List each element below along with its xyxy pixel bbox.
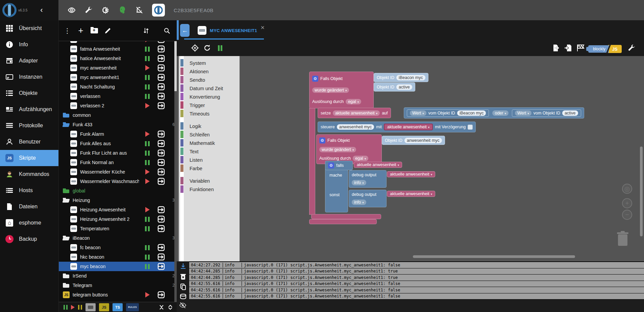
open-script-button[interactable] bbox=[157, 41, 165, 43]
pause-script-button[interactable] bbox=[145, 217, 150, 222]
tree-row[interactable]: myc anwesenheit bbox=[59, 63, 177, 73]
open-script-button[interactable] bbox=[157, 159, 165, 166]
block-falls-header[interactable]: ⚙falls bbox=[325, 161, 353, 170]
pause-script-button[interactable] bbox=[145, 141, 150, 146]
open-script-button[interactable] bbox=[157, 168, 165, 176]
toolbox-category[interactable]: Aktionen bbox=[179, 67, 240, 76]
filter-js-chip[interactable]: JS bbox=[99, 303, 109, 311]
sidebar-item-hosts[interactable]: Hosts bbox=[0, 182, 58, 199]
pause-script-button[interactable] bbox=[145, 84, 150, 89]
object-id-field[interactable]: active bbox=[396, 84, 412, 90]
tree-row[interactable]: Funk 433 6 bbox=[59, 120, 177, 129]
sidebar-item-uebersicht[interactable]: Übersicht bbox=[0, 20, 58, 36]
import-blocks-icon[interactable] bbox=[564, 43, 573, 53]
export-blocks-icon[interactable] bbox=[551, 43, 561, 53]
tree-row[interactable]: Wassermelder Küche bbox=[59, 167, 177, 177]
toolbox-category[interactable]: Variablen bbox=[179, 177, 240, 185]
workspace-vscrollbar[interactable] bbox=[640, 147, 643, 236]
pause-script-button[interactable] bbox=[145, 245, 150, 250]
block-falls-objekt-inner[interactable]: ⚙Falls Objekt wurde geändert Auslösung d… bbox=[316, 134, 382, 164]
toolbox-category[interactable]: Sendto bbox=[179, 76, 240, 84]
object-id-field[interactable]: active bbox=[562, 110, 578, 116]
open-script-button[interactable] bbox=[157, 178, 165, 185]
tree-scrollbar[interactable] bbox=[174, 41, 177, 302]
pause-script-button[interactable] bbox=[145, 151, 150, 156]
toolbox-category[interactable] bbox=[179, 173, 240, 177]
tree-row[interactable]: Anwesenheit an 2 bbox=[59, 41, 177, 44]
toolbox-category[interactable]: Logik bbox=[179, 122, 240, 130]
tree-row[interactable]: Heizung 3 bbox=[59, 196, 177, 205]
settings-wrench-icon[interactable] bbox=[84, 6, 93, 14]
toolbox-category[interactable]: System bbox=[179, 59, 240, 67]
tree-row[interactable]: Funk Alles aus bbox=[59, 139, 177, 148]
search-icon[interactable] bbox=[162, 26, 172, 36]
toolbox-category[interactable]: Funktionen bbox=[179, 185, 240, 193]
filter-running-icon[interactable] bbox=[64, 305, 68, 310]
open-script-button[interactable] bbox=[157, 263, 165, 270]
tree-row[interactable]: IrSend 2 bbox=[59, 271, 177, 281]
tree-row[interactable]: Funk Normal an bbox=[59, 158, 177, 167]
start-script-button[interactable] bbox=[145, 103, 150, 108]
start-script-button[interactable] bbox=[145, 179, 150, 184]
tree-row[interactable]: Nacht Schaltung bbox=[59, 82, 177, 92]
edit-pencil-icon[interactable] bbox=[103, 26, 113, 36]
mutator-gear-icon[interactable]: ⚙ bbox=[312, 76, 318, 82]
collapse-sidebar-button[interactable]: ‹ bbox=[40, 6, 43, 14]
open-script-button[interactable] bbox=[157, 93, 165, 100]
block-oder-logic[interactable]: Wert vom Objekt ID iBeacon myc oder Wert… bbox=[404, 107, 584, 119]
pause-script-button[interactable] bbox=[145, 47, 150, 52]
check-blocks-flag-icon[interactable] bbox=[576, 43, 586, 53]
add-folder-button[interactable] bbox=[89, 26, 99, 36]
toolbox-category[interactable]: Konvertierung bbox=[179, 93, 240, 101]
theme-toggle-icon[interactable] bbox=[101, 6, 109, 14]
iobroker-app-icon[interactable] bbox=[152, 4, 165, 17]
sidebar-item-info[interactable]: Info bbox=[0, 36, 58, 53]
object-id-field[interactable]: iBeacon myc bbox=[396, 75, 425, 80]
tree-row[interactable]: Heizung Anwesenheit 2 bbox=[59, 214, 177, 224]
pause-script-button[interactable] bbox=[145, 255, 150, 260]
tree-row[interactable]: verlassen bbox=[59, 92, 177, 101]
dropdown-wert[interactable]: Wert bbox=[410, 110, 426, 116]
object-id-field[interactable]: anwesenheit myc bbox=[404, 138, 442, 143]
sidebar-item-adapter[interactable]: Adapter bbox=[0, 53, 58, 69]
pause-script-button[interactable] bbox=[145, 56, 150, 61]
view-eye-icon[interactable] bbox=[68, 6, 76, 14]
block-tail[interactable] bbox=[309, 219, 377, 224]
add-script-button[interactable]: + bbox=[76, 26, 86, 36]
refresh-icon[interactable] bbox=[202, 43, 212, 53]
mutator-gear-icon[interactable]: ⚙ bbox=[319, 137, 325, 144]
dropdown-info[interactable]: info bbox=[352, 200, 366, 205]
dropdown-egal[interactable]: egal bbox=[346, 99, 361, 104]
tree-row[interactable]: Funk Flur Licht an aus bbox=[59, 148, 177, 158]
open-script-button[interactable] bbox=[157, 291, 165, 298]
zoom-in-control[interactable]: + bbox=[622, 198, 632, 208]
block-steuere[interactable]: steuere anwesenheit myc mit aktuelle anw… bbox=[318, 122, 476, 132]
pause-script-button[interactable] bbox=[145, 94, 150, 99]
open-script-button[interactable] bbox=[157, 64, 165, 72]
blockly-workspace[interactable]: System Aktionen Sendto Datum und Zeit bbox=[177, 56, 644, 261]
block-falls-objekt-outer[interactable]: ⚙Falls Objekt wurde geändert Auslösung d… bbox=[309, 72, 374, 108]
language-toggle[interactable]: blockly JS bbox=[588, 44, 622, 54]
tree-row[interactable]: Temperaturen bbox=[59, 224, 177, 233]
tab-myc-anwesenheit1[interactable]: MYC ANWESENHEIT1 ✕ bbox=[192, 22, 271, 38]
expert-mode-icon[interactable] bbox=[118, 6, 126, 14]
tree-row[interactable]: verlassen 2 bbox=[59, 101, 177, 110]
open-script-button[interactable] bbox=[157, 225, 165, 232]
block-tail[interactable] bbox=[311, 214, 381, 219]
tree-row[interactable]: myc beacon bbox=[59, 262, 177, 271]
block-wert-vom-objekt-1[interactable]: Wert vom Objekt ID iBeacon myc bbox=[407, 109, 489, 117]
sidebar-item-backup[interactable]: Backup bbox=[0, 231, 58, 247]
pause-script-button[interactable] bbox=[145, 226, 150, 231]
block-rail[interactable] bbox=[309, 108, 315, 215]
log-source-icon[interactable] bbox=[179, 293, 187, 300]
filter-stopped-icon[interactable] bbox=[71, 305, 75, 310]
dropdown-wurde-geaendert[interactable]: wurde geändert bbox=[312, 87, 349, 93]
log-clear-icon[interactable] bbox=[179, 273, 187, 280]
delay-checkbox[interactable] bbox=[468, 125, 473, 130]
zoom-reset-control[interactable]: ◎ bbox=[622, 184, 632, 194]
block-variable-aktuelle-anwesenheit[interactable]: aktuelle anwesenheit bbox=[387, 191, 435, 197]
dropdown-egal[interactable]: egal bbox=[353, 156, 368, 161]
open-script-button[interactable] bbox=[157, 215, 165, 223]
tree-row[interactable]: Telegram 2 bbox=[59, 281, 177, 290]
open-script-button[interactable] bbox=[157, 102, 165, 109]
